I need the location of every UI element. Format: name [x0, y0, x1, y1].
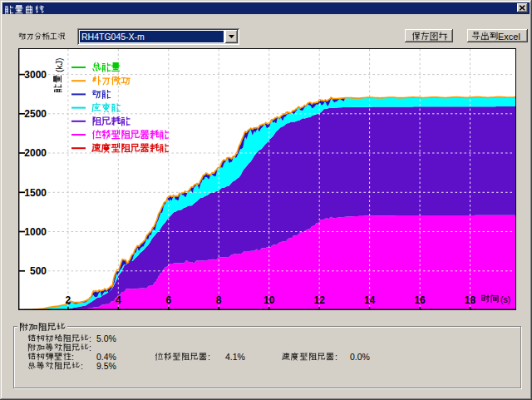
svg-text:4: 4 [116, 294, 121, 306]
svg-text:3000: 3000 [24, 69, 47, 81]
svg-text:2500: 2500 [24, 108, 47, 120]
svg-text:8: 8 [216, 294, 222, 306]
svg-text:14: 14 [364, 294, 376, 306]
svg-text:10: 10 [264, 294, 275, 306]
svg-text:(kJ): (kJ) [54, 58, 64, 73]
svg-text:500: 500 [30, 265, 47, 277]
svg-text:1500: 1500 [24, 187, 47, 199]
svg-text:1000: 1000 [24, 226, 47, 238]
svg-text:2: 2 [66, 294, 71, 306]
svg-text:(s): (s) [500, 294, 510, 304]
svg-text:2000: 2000 [24, 147, 47, 159]
svg-text:6: 6 [165, 294, 171, 306]
svg-text:16: 16 [414, 294, 426, 306]
svg-text:18: 18 [465, 294, 476, 306]
svg-text:12: 12 [314, 294, 326, 306]
